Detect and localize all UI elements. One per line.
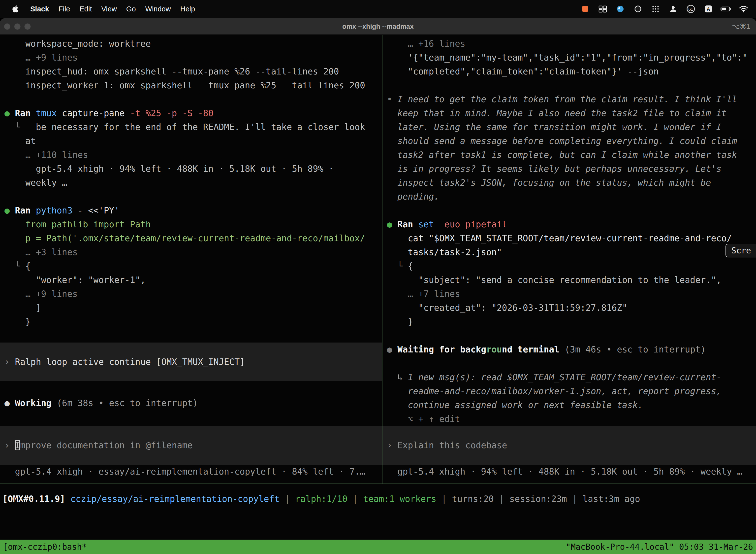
pane-status-line: gpt-5.4 xhigh · 94% left · 488K in · 5.1… [382, 465, 756, 479]
text-segment: › [4, 440, 15, 450]
prompt-input[interactable]: › Improve documentation in @filename [0, 426, 382, 465]
wifi-icon[interactable] [738, 3, 749, 14]
menu-item-file[interactable]: File [59, 5, 70, 13]
apple-menu-icon[interactable] [10, 3, 21, 14]
menu-item-help[interactable]: Help [180, 5, 195, 13]
window-tiling-icon[interactable] [597, 3, 608, 14]
window-title-bar[interactable]: omx --xhigh --madmax ⌥⌘1 [0, 18, 756, 35]
terminal-line: inspect_hud: omx sparkshell --tmux-pane … [0, 64, 382, 78]
window-title: omx --xhigh --madmax [0, 18, 756, 35]
terminal-line: └ { [0, 259, 382, 273]
blue-app-icon[interactable] [615, 3, 626, 14]
tmux-status-bar: [omx-cczip0:bash* "MacBook-Pro-44.local"… [0, 540, 756, 554]
text-segment: › [387, 440, 397, 450]
text-segment: (3m 46s • esc to interrupt) [565, 344, 706, 354]
text-segment: { [408, 261, 413, 271]
thinking-text: • I need to get the claim token from the… [382, 92, 756, 106]
terminal-line: weekly … [0, 176, 382, 189]
terminal-line: ] [0, 301, 382, 315]
terminal-line: … +110 lines [0, 148, 382, 162]
text-segment: inspect_hud: omx sparkshell --tmux-pane … [4, 66, 339, 76]
text-segment: Ralph loop active continue [OMX_TMUX_INJ… [15, 357, 245, 367]
spacer [0, 381, 382, 396]
user-person-icon[interactable] [668, 3, 679, 14]
battery-icon[interactable] [720, 3, 732, 14]
text-segment: Ran [15, 206, 36, 215]
launchpad-dots-icon[interactable] [650, 3, 661, 14]
omx-status-line: [OMX#0.11.9] cczip/essay/ai-reimplementa… [0, 492, 756, 506]
tmux-pane-right[interactable]: … +16 lines '{"team_name":"my-team","tas… [382, 35, 756, 484]
terminal-line: … +9 lines [0, 51, 382, 64]
svg-text:61: 61 [689, 7, 693, 12]
text-segment: later. Using the same for transition mig… [387, 122, 721, 132]
thinking-text: task2 after task1 is complete, but can I… [382, 148, 756, 162]
terminal-line: at [0, 134, 382, 148]
ran-command: ● Ran tmux capture-pane -t %25 -p -S -80 [0, 106, 382, 120]
tmux-pane-left[interactable]: workspace_mode: worktree … +9 lines insp… [0, 35, 382, 484]
text-segment: gpt-5.4 xhigh · 94% left · 488K in · 5.1… [387, 466, 742, 477]
text-segment: | [436, 494, 452, 504]
menu-item-window[interactable]: Window [145, 5, 171, 13]
ring-app-icon[interactable] [632, 3, 643, 14]
pane-status-line: gpt-5.4 xhigh · essay/ai-reimplementatio… [0, 465, 382, 479]
new-message-note: ↳ 1 new msg(s): read $OMX_TEAM_STATE_ROO… [382, 370, 756, 384]
text-segment: … +9 lines [4, 53, 78, 63]
thinking-text: should send a message before completing … [382, 134, 756, 148]
text-segment: ● [4, 206, 15, 215]
text-segment: 1 new msg(s): read $OMX_TEAM_STATE_ROOT/… [408, 372, 721, 382]
terminal-line: "created_at": "2026-03-31T11:59:27.816Z" [382, 301, 756, 315]
waiting-status: ● Waiting for background terminal (3m 46… [382, 342, 756, 356]
terminal-line: tasks/task-2.json" [382, 245, 756, 259]
text-segment: Waiting for backg [397, 344, 486, 354]
terminal-line: … +16 lines [382, 37, 756, 51]
text-segment: ⌥ + ↑ edit [387, 414, 460, 424]
text-segment: - <<'PY' [78, 206, 120, 215]
menu-app-name[interactable]: Slack [30, 5, 49, 13]
terminal-line: '{"team_name":"my-team","task_id":"1","f… [382, 51, 756, 64]
menu-item-edit[interactable]: Edit [80, 5, 92, 13]
screen-notification[interactable]: Scre [726, 244, 756, 258]
keyboard-layout-icon[interactable]: A [703, 3, 714, 14]
text-segment: -euo pipefail [439, 219, 507, 229]
screen-recording-indicator-icon[interactable] [580, 3, 590, 14]
text-segment: (6m 38s • esc to interrupt) [57, 398, 198, 408]
text-segment: '{"team_name":"my-team","task_id":"1","f… [387, 53, 748, 63]
thinking-text: pending. [382, 189, 756, 204]
text-segment: Ran [397, 219, 418, 229]
text-segment: "subject": "send a concise recommendatio… [387, 275, 721, 285]
text-segment: I [15, 440, 20, 450]
tmux-panes: workspace_mode: worktree … +9 lines insp… [0, 35, 756, 484]
text-segment: … +9 lines [4, 289, 78, 299]
menu-item-view[interactable]: View [102, 5, 117, 13]
battery-percent-badge-icon[interactable]: 61 [685, 3, 696, 14]
text-segment: Explain this codebase [397, 440, 507, 450]
prompt-input[interactable]: › Explain this codebase [382, 426, 756, 465]
text-segment: • [387, 94, 397, 104]
terminal-line: workspace_mode: worktree [0, 37, 382, 51]
thinking-text: keep that in mind. Maybe I also need the… [382, 106, 756, 120]
text-segment: … +7 lines [387, 289, 460, 299]
menu-bar: Slack File Edit View Go Window Help [0, 0, 756, 18]
terminal-line: ​ [0, 92, 382, 106]
tmux-session-info[interactable]: [omx-cczip0:bash* [3, 542, 87, 552]
inject-banner[interactable]: › Ralph loop active continue [OMX_TMUX_I… [0, 342, 382, 381]
menu-item-go[interactable]: Go [126, 5, 136, 13]
text-segment: | [494, 494, 509, 504]
text-segment: } [387, 317, 413, 327]
text-segment: weekly … [4, 178, 67, 188]
terminal-line: … +9 lines [0, 287, 382, 301]
omx-version: [OMX#0.11.9] [2, 494, 70, 504]
text-segment: from pathlib import Path [4, 219, 151, 229]
omx-ralph-count: ralph:1/10 [295, 494, 348, 504]
text-segment: set [418, 219, 439, 229]
new-message-note: readme-and-reco/mailbox/worker-1.json, a… [382, 384, 756, 398]
text-segment: | [279, 494, 295, 504]
terminal-line: gpt-5.4 xhigh · 94% left · 488K in · 5.1… [0, 162, 382, 176]
text-segment: I need to get the claim token from the c… [397, 94, 737, 104]
text-segment: continue assigned work or next feasible … [387, 400, 643, 410]
spacer [0, 410, 382, 426]
terminal-line: … +7 lines [382, 287, 756, 301]
text-segment: capture-pane [62, 108, 130, 118]
terminal-line: inspect_worker-1: omx sparkshell --tmux-… [0, 78, 382, 92]
text-segment: › [4, 357, 15, 367]
